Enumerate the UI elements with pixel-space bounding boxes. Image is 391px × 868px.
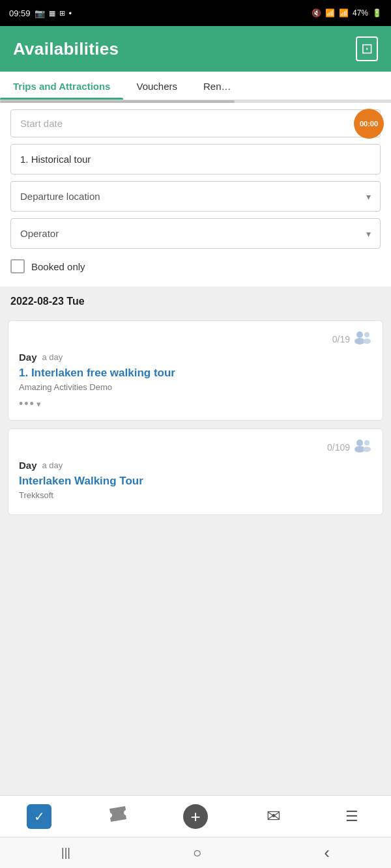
nav-add[interactable]: + [156,804,235,829]
grid-icon: ⊞ [59,9,65,18]
ticket-icon [108,805,127,828]
tour-name-input[interactable]: 1. Historical tour [10,144,381,175]
header-title: Availabilities [13,39,119,59]
card2-top-row: 0/109 [19,438,372,456]
start-date-placeholder: Start date [20,118,371,129]
time-label: 09:59 [9,8,31,18]
mute-icon: 🔇 [311,8,321,18]
svg-point-4 [356,440,363,446]
svg-point-7 [363,447,371,452]
card1-tour-name[interactable]: 1. Interlaken free walking tour [19,367,372,380]
android-home-button[interactable]: ○ [180,839,214,867]
tab-rentals[interactable]: Ren… [190,72,244,100]
card2-day-row: Day a day [19,460,372,471]
android-nav-bar: ||| ○ ‹ [0,837,391,868]
start-date-input[interactable]: Start date 00:00 [10,109,381,137]
card1-expand-icon: ▾ [36,399,41,409]
card2-day-label: Day [19,460,37,471]
layout-icon[interactable]: ⊡ [356,36,378,61]
card1-top-row: 0/19 [19,330,372,348]
card1-people-icon [354,330,372,348]
dot-icon: • [69,8,72,18]
date-heading: 2022-08-23 Tue [0,287,391,313]
sim-icon: ▦ [49,9,55,18]
android-back-button[interactable]: ‹ [311,837,343,868]
tour-name-value: 1. Historical tour [20,154,91,165]
departure-location-dropdown[interactable]: Departure location ▾ [10,181,381,212]
availability-card-2: 0/109 Day a day Interlaken Walking Tour … [8,428,383,515]
app-header: Availabilities ⊡ [0,26,391,72]
card1-day-row: Day a day [19,352,372,363]
card1-capacity: 0/19 [332,334,350,344]
menu-icon: ☰ [345,808,358,825]
nav-checklist[interactable]: ✓ [0,804,78,829]
booked-only-checkbox[interactable] [10,259,25,273]
svg-point-3 [363,339,371,344]
svg-point-2 [364,332,369,337]
bottom-nav: ✓ + ✉ ☰ [0,795,391,837]
card2-tour-name[interactable]: Interlaken Walking Tour [19,475,372,488]
card2-operator: Trekksoft [19,490,372,500]
content-area: 2022-08-23 Tue 0/19 Day a day 1. Interla… [0,287,391,742]
nav-mail[interactable]: ✉ [235,806,313,826]
card1-more-row[interactable]: ••• ▾ [19,397,372,411]
signal-icon: 📶 [339,8,349,18]
mail-icon: ✉ [267,806,281,826]
booked-only-row[interactable]: Booked only [10,255,381,277]
battery-icon: 🔋 [372,8,382,18]
operator-label: Operator [20,228,59,239]
card1-operator: Amazing Activities Demo [19,382,372,392]
card1-day-label: Day [19,352,37,363]
status-bar: 09:59 📷 ▦ ⊞ • 🔇 📶 📶 47% 🔋 [0,0,391,26]
card2-capacity: 0/109 [327,442,350,453]
card1-day-sub: a day [42,352,63,362]
status-right: 🔇 📶 📶 47% 🔋 [311,8,382,18]
wifi-icon: 📶 [325,8,335,18]
timer-badge: 00:00 [354,109,384,139]
svg-point-6 [364,440,369,445]
tabs-container: Trips and Attractions Vouchers Ren… [0,72,391,100]
tab-trips[interactable]: Trips and Attractions [0,72,123,100]
card1-dots-icon: ••• [19,397,35,411]
departure-chevron-icon: ▾ [366,191,371,202]
status-left: 09:59 📷 ▦ ⊞ • [9,8,72,18]
departure-location-label: Departure location [20,191,100,202]
android-recents-button[interactable]: ||| [48,841,83,865]
nav-tickets[interactable] [78,805,156,828]
check-icon: ✓ [27,804,51,829]
camera-icon: 📷 [35,8,45,18]
availability-card-1: 0/19 Day a day 1. Interlaken free walkin… [8,320,383,421]
operator-chevron-icon: ▾ [366,229,371,239]
booked-only-label: Booked only [31,261,85,272]
svg-point-0 [356,331,363,338]
card2-day-sub: a day [42,460,63,470]
card2-people-icon [354,438,372,456]
add-icon: + [183,804,208,829]
battery-label: 47% [353,8,368,18]
tab-vouchers[interactable]: Vouchers [123,72,190,100]
operator-dropdown[interactable]: Operator ▾ [10,218,381,249]
nav-menu[interactable]: ☰ [313,808,391,825]
filter-area: Start date 00:00 1. Historical tour Depa… [0,103,391,287]
